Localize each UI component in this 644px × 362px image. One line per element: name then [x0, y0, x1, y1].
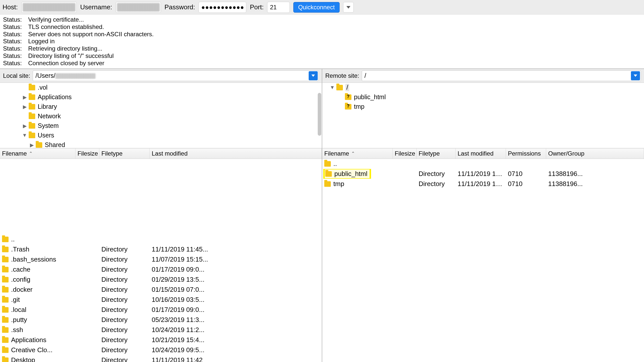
col-last-modified[interactable]: Last modified	[150, 149, 322, 159]
folder-icon	[2, 307, 9, 313]
password-label: Password:	[165, 3, 195, 11]
log-message: Retrieving directory listing...	[28, 45, 641, 52]
disclosure-icon[interactable]: ▶	[29, 142, 34, 148]
password-input[interactable]	[198, 2, 246, 13]
col-filetype[interactable]: Filetype	[99, 149, 150, 159]
tree-node[interactable]: ▶System	[0, 121, 322, 131]
tree-node[interactable]: ▶Applications	[0, 92, 322, 102]
disclosure-icon[interactable]: ▼	[22, 132, 27, 138]
local-pane: Local site: /Users/ .vol▶Applications▶Li…	[0, 69, 322, 362]
file-row[interactable]: Creative Clo...Directory10/24/2019 09:5.…	[0, 345, 322, 355]
file-modified: 10/21/2019 15:4...	[150, 336, 322, 344]
scrollbar-thumb[interactable]	[0, 159, 322, 234]
col-last-modified[interactable]: Last modified	[456, 149, 506, 159]
file-row[interactable]: DesktopDirectory11/11/2019 11:42	[0, 355, 322, 362]
tree-node[interactable]: tmp	[322, 102, 644, 112]
tree-node[interactable]: ▼Users	[0, 131, 322, 140]
remote-path-dropdown-button[interactable]	[631, 71, 640, 80]
tree-node-label: /	[345, 84, 349, 91]
file-row[interactable]: .sshDirectory10/24/2019 11:2...	[0, 325, 322, 335]
file-row[interactable]: .gitDirectory10/16/2019 03:5...	[0, 295, 322, 305]
file-name: public_html	[334, 170, 368, 178]
col-filename[interactable]: Filename⌃	[0, 149, 75, 159]
log-message: Logged in	[28, 38, 641, 45]
message-log[interactable]: Status:Verifying certificate...Status:TL…	[0, 15, 644, 69]
log-label: Status:	[3, 23, 28, 31]
quickconnect-history-button[interactable]	[343, 2, 354, 13]
file-modified: 01/29/2019 13:5...	[150, 276, 322, 283]
remote-path-combo[interactable]: /	[362, 70, 641, 81]
disclosure-icon[interactable]: ▶	[22, 123, 27, 129]
disclosure-icon[interactable]: ▶	[22, 104, 27, 110]
quickconnect-bar: Host: Username: Password: Port: Quickcon…	[0, 0, 644, 15]
col-filename[interactable]: Filename⌃	[322, 149, 393, 159]
file-type: Directory	[99, 256, 150, 263]
local-file-list[interactable]: ...TrashDirectory11/11/2019 11:45....bas…	[0, 159, 322, 362]
tree-node-label: Network	[38, 113, 61, 120]
scrollbar-thumb[interactable]	[318, 93, 321, 136]
log-message: Connection closed by server	[28, 60, 641, 67]
local-path-dropdown-button[interactable]	[309, 71, 318, 80]
file-row[interactable]: .puttyDirectory05/23/2019 11:3...	[0, 315, 322, 325]
file-row[interactable]: .bash_sessionsDirectory11/07/2019 15:15.…	[0, 255, 322, 265]
remote-file-list[interactable]: ..public_htmlDirectory11/11/2019 10...07…	[322, 159, 644, 362]
file-name: ..	[333, 160, 337, 168]
tree-node[interactable]: ▶Shared	[0, 140, 322, 148]
log-message: Directory listing of "/" successful	[28, 52, 641, 60]
col-filesize[interactable]: Filesize	[393, 149, 417, 159]
folder-icon	[336, 85, 343, 90]
tree-node-label: Users	[38, 132, 54, 139]
file-type: Directory	[99, 356, 150, 362]
tree-node-label: public_html	[354, 93, 386, 101]
quickconnect-button[interactable]: Quickconnect	[293, 2, 339, 13]
remote-path-text: /	[362, 72, 630, 79]
file-row[interactable]: .localDirectory01/17/2019 09:0...	[0, 305, 322, 315]
col-filesize[interactable]: Filesize	[75, 149, 99, 159]
file-modified: 11/11/2019 10...	[456, 180, 506, 188]
file-type: Directory	[99, 266, 150, 273]
folder-icon	[2, 237, 9, 242]
folder-unknown-icon	[345, 104, 351, 110]
remote-directory-tree[interactable]: ▼/public_htmltmp	[322, 83, 644, 148]
file-row[interactable]: tmpDirectory11/11/2019 10...071011388196…	[322, 179, 644, 189]
local-path-combo[interactable]: /Users/	[33, 70, 319, 81]
file-row[interactable]: .dockerDirectory01/15/2019 07:0...	[0, 285, 322, 295]
file-row[interactable]: ..	[322, 159, 644, 169]
local-directory-tree[interactable]: .vol▶Applications▶LibraryNetwork▶System▼…	[0, 83, 322, 148]
tree-node[interactable]: .vol	[0, 83, 322, 92]
disclosure-icon[interactable]: ▶	[22, 94, 27, 100]
tree-node[interactable]: public_html	[322, 92, 644, 102]
col-owner-group[interactable]: Owner/Group	[546, 149, 644, 159]
col-filetype[interactable]: Filetype	[417, 149, 456, 159]
username-input[interactable]	[116, 2, 161, 13]
file-row[interactable]: ..	[0, 234, 322, 244]
port-input[interactable]	[267, 2, 290, 13]
tree-node-root[interactable]: ▼/	[322, 83, 644, 92]
host-label: Host:	[3, 3, 18, 11]
file-type: Directory	[99, 306, 150, 314]
file-modified: 10/16/2019 03:5...	[150, 296, 322, 304]
file-name: .bash_sessions	[11, 256, 56, 263]
remote-site-label: Remote site:	[325, 72, 359, 79]
disclosure-icon[interactable]: ▼	[330, 85, 335, 90]
tree-node[interactable]: ▶Library	[0, 102, 322, 112]
file-row[interactable]: .cacheDirectory01/17/2019 09:0...	[0, 265, 322, 275]
local-file-header[interactable]: Filename⌃ Filesize Filetype Last modifie…	[0, 148, 322, 159]
file-type: Directory	[99, 245, 150, 253]
file-owner: 11388196...	[546, 170, 644, 178]
folder-icon	[2, 317, 9, 323]
file-row[interactable]: ApplicationsDirectory10/21/2019 15:4...	[0, 335, 322, 345]
file-type: Directory	[99, 346, 150, 354]
file-row[interactable]: .configDirectory01/29/2019 13:5...	[0, 275, 322, 285]
file-row[interactable]: .TrashDirectory11/11/2019 11:45...	[0, 244, 322, 255]
file-modified: 10/24/2019 09:5...	[150, 346, 322, 354]
log-message: TLS connection established.	[28, 23, 641, 31]
remote-file-header[interactable]: Filename⌃ Filesize Filetype Last modifie…	[322, 148, 644, 159]
host-input[interactable]	[21, 2, 77, 13]
sort-asc-icon: ⌃	[351, 151, 355, 156]
file-row[interactable]: public_htmlDirectory11/11/2019 10...0710…	[322, 169, 644, 179]
tree-node[interactable]: Network	[0, 112, 322, 121]
col-permissions[interactable]: Permissions	[506, 149, 546, 159]
file-name: Applications	[11, 336, 46, 344]
file-name: Desktop	[11, 356, 35, 362]
